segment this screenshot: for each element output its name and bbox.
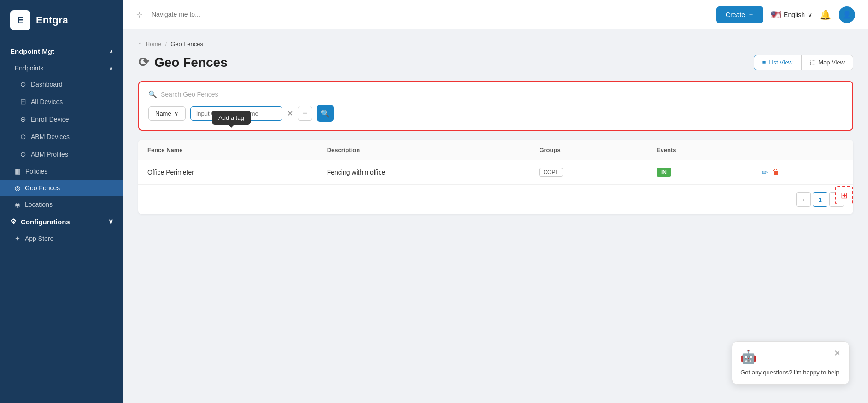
chat-header: 🤖 ✕ (740, 349, 841, 364)
search-panel: Add a tag 🔍 Search Geo Fences Name ∨ ✕ +… (138, 81, 853, 131)
map-view-icon: ⬚ (810, 59, 815, 66)
abm-devices-icon: ⊙ (20, 133, 26, 141)
search-submit-button[interactable]: 🔍 (317, 105, 334, 122)
tooltip-container: Add a tag (212, 111, 251, 125)
column-toggle-button[interactable]: ⊞ (835, 186, 853, 204)
dashboard-icon: ⊙ (20, 80, 26, 88)
sidebar-item-abm-profiles[interactable]: ⊙ ABM Profiles (0, 146, 123, 163)
action-buttons: ✏ 🗑 (762, 168, 844, 177)
nav-search-wrap (150, 11, 428, 18)
description-cell: Fencing within office (318, 160, 530, 185)
event-badge: IN (657, 168, 671, 177)
filter-name-button[interactable]: Name ∨ (148, 106, 186, 121)
fence-name-cell: Office Perimeter (138, 160, 318, 185)
breadcrumb-current: Geo Fences (170, 41, 203, 47)
actions-cell: ✏ 🗑 (752, 160, 853, 185)
logo-icon: E (10, 10, 30, 30)
breadcrumb-home[interactable]: Home (146, 41, 162, 47)
abm-profiles-icon: ⊙ (20, 150, 26, 158)
topbar: ⊹ Create ＋ 🇺🇸 English ∨ 🔔 👤 (123, 0, 868, 29)
breadcrumb: ⌂ Home / Geo Fences (138, 41, 853, 47)
sidebar-item-dashboard[interactable]: ⊙ Dashboard (0, 76, 123, 93)
list-view-button[interactable]: ≡ List View (754, 55, 801, 70)
table-body: Office Perimeter Fencing within office C… (138, 160, 853, 185)
sidebar-section-endpoint-mgt[interactable]: Endpoint Mgt ∧ (0, 41, 123, 60)
chat-widget: 🤖 ✕ Got any questions? I'm happy to help… (732, 341, 850, 385)
app-store-icon: ✦ (15, 235, 20, 242)
edit-button[interactable]: ✏ (762, 168, 768, 177)
chevron-down-icon: ∨ (108, 217, 113, 226)
flag-icon: 🇺🇸 (771, 10, 781, 20)
sidebar-item-geo-fences[interactable]: ◎ Geo Fences (0, 180, 123, 196)
search-placeholder: Search Geo Fences (161, 91, 218, 98)
chevron-up-icon: ∧ (109, 48, 113, 55)
sidebar-sub-endpoints[interactable]: Endpoints ∧ (0, 60, 123, 76)
data-table: Fence Name Description Groups Events Off… (138, 140, 853, 185)
nav-search-input[interactable] (152, 11, 281, 18)
col-description: Description (318, 140, 530, 160)
user-avatar[interactable]: 👤 (839, 6, 855, 23)
page-header: ⟳ Geo Fences ≡ List View ⬚ Map View (138, 55, 853, 70)
enroll-device-icon: ⊕ (20, 115, 26, 123)
chat-bot-icon: 🤖 (740, 349, 757, 364)
groups-cell: COPE (530, 160, 647, 185)
chevron-down-icon: ∨ (808, 11, 812, 18)
geo-fences-icon: ◎ (15, 184, 20, 192)
page-title: ⟳ Geo Fences (138, 55, 228, 70)
plus-icon: + (302, 109, 307, 118)
prev-page-button[interactable]: ‹ (796, 192, 811, 207)
sidebar-item-enroll-device[interactable]: ⊕ Enroll Device (0, 111, 123, 128)
events-cell: IN (647, 160, 753, 185)
col-events: Events (647, 140, 753, 160)
search-bar: 🔍 Search Geo Fences (148, 90, 843, 99)
home-icon: ⌂ (138, 41, 142, 47)
col-fence-name: Fence Name (138, 140, 318, 160)
all-devices-icon: ⊞ (20, 98, 26, 106)
chat-message: Got any questions? I'm happy to help. (740, 368, 841, 377)
language-selector[interactable]: 🇺🇸 English ∨ (771, 10, 812, 20)
group-badge: COPE (539, 168, 563, 177)
avatar-icon: 👤 (842, 10, 851, 19)
clear-filter-button[interactable]: ✕ (287, 109, 293, 118)
search-icon: 🔍 (148, 90, 157, 99)
col-groups: Groups (530, 140, 647, 160)
configurations-icon: ⚙ (10, 217, 16, 226)
table-row: Office Perimeter Fencing within office C… (138, 160, 853, 185)
current-page-button[interactable]: 1 (813, 192, 827, 207)
sidebar-item-abm-devices[interactable]: ⊙ ABM Devices (0, 128, 123, 146)
locations-icon: ◉ (15, 201, 20, 208)
delete-button[interactable]: 🗑 (772, 168, 780, 176)
sidebar-item-policies[interactable]: ▦ Policies (0, 163, 123, 180)
sidebar-item-app-store[interactable]: ✦ App Store (0, 230, 123, 247)
search-submit-icon: 🔍 (321, 109, 330, 118)
add-tag-tooltip: Add a tag (212, 111, 251, 125)
create-button[interactable]: Create ＋ (716, 6, 763, 23)
sidebar: E Entgra Endpoint Mgt ∧ Endpoints ∧ ⊙ Da… (0, 0, 123, 403)
column-icon: ⊞ (841, 190, 848, 200)
policies-icon: ▦ (15, 168, 21, 175)
logo-text: Entgra (36, 14, 68, 26)
sidebar-item-configurations[interactable]: ⚙ Configurations ∨ (0, 213, 123, 230)
chevron-up-icon: ∧ (109, 64, 113, 72)
sidebar-item-all-devices[interactable]: ⊞ All Devices (0, 93, 123, 111)
col-actions (752, 140, 853, 160)
logo[interactable]: E Entgra (0, 0, 123, 41)
map-view-button[interactable]: ⬚ Map View (801, 55, 853, 70)
table-header: Fence Name Description Groups Events (138, 140, 853, 160)
list-view-icon: ≡ (762, 59, 766, 66)
plus-icon: ＋ (748, 11, 754, 19)
pagination: ‹ 1 › (138, 185, 853, 214)
filter-row: Name ∨ ✕ + 🔍 (148, 105, 843, 122)
geo-fences-title-icon: ⟳ (138, 55, 149, 70)
navigate-icon: ⊹ (136, 10, 142, 19)
chevron-down-icon: ∨ (174, 110, 179, 117)
geo-fences-table: Fence Name Description Groups Events Off… (138, 140, 853, 214)
chat-close-button[interactable]: ✕ (834, 348, 841, 358)
notification-bell[interactable]: 🔔 (820, 9, 831, 20)
view-toggle: ≡ List View ⬚ Map View (754, 55, 853, 70)
sidebar-item-locations[interactable]: ◉ Locations (0, 196, 123, 213)
add-filter-button[interactable]: + (298, 106, 312, 121)
